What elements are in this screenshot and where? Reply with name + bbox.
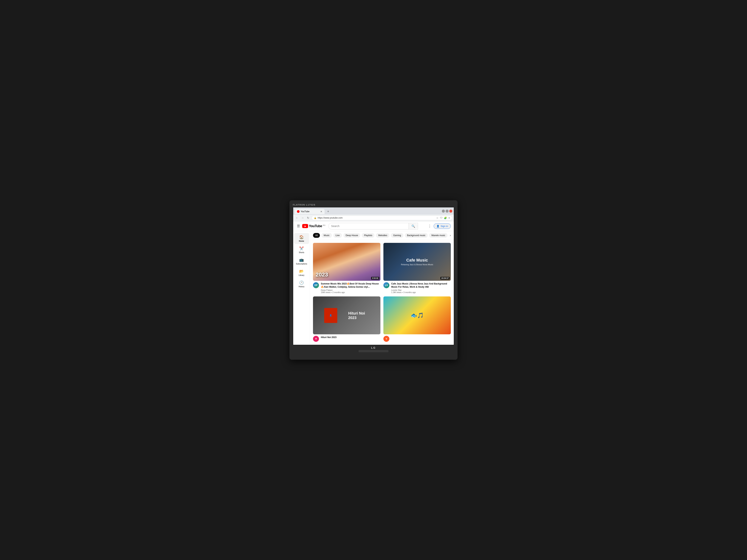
video-thumbnail-2: Cafe Music Relaxing Jazz & Bossa Nova Mu… bbox=[383, 243, 451, 281]
youtube-logo[interactable]: YouTube RO bbox=[302, 224, 325, 228]
video-card-1[interactable]: 2023 3:53:02 DP Summer Music Mix 2023🔥Be… bbox=[313, 243, 380, 294]
sidebar: 🏠 Home ✂️ Shorts 📺 Subscriptions 📂 Libra… bbox=[293, 231, 310, 345]
filter-next-arrow[interactable]: › bbox=[450, 234, 451, 237]
logo-area: ☰ YouTube RO bbox=[296, 223, 325, 229]
video-stats-1: 19M views • 2 months ago bbox=[321, 291, 380, 293]
library-icon: 📂 bbox=[299, 269, 304, 273]
filter-bar: All Music Live Deep House Playlists Melo… bbox=[310, 231, 454, 240]
sidebar-shorts-label: Shorts bbox=[299, 251, 304, 254]
youtube-app: ☰ YouTube RO 🔍 ⋮ 👤 Sign in bbox=[293, 221, 454, 345]
forward-button[interactable]: → bbox=[300, 216, 305, 220]
main-content: 🏠 Home ✂️ Shorts 📺 Subscriptions 📂 Libra… bbox=[293, 231, 454, 345]
monitor-stand: LG bbox=[293, 346, 454, 352]
video-meta-4 bbox=[391, 336, 451, 342]
window-controls bbox=[442, 210, 452, 213]
sidebar-item-library[interactable]: 📂 Library bbox=[294, 267, 309, 278]
address-bar-row: ← → ↻ 🔒 https://www.youtube.com ☆ 🛡 🧩 ≡ bbox=[293, 215, 454, 221]
minimize-button[interactable] bbox=[442, 210, 445, 213]
video-meta-3: Hituri Noi 2023 bbox=[321, 336, 380, 342]
sidebar-item-home[interactable]: 🏠 Home bbox=[294, 233, 309, 244]
tab-title: YouTube bbox=[301, 210, 309, 213]
video-duration-2: 24:04:57 bbox=[440, 277, 450, 279]
shorts-icon: ✂️ bbox=[299, 246, 304, 251]
extensions-icon[interactable]: 🧩 bbox=[444, 216, 447, 219]
video-grid: 2023 3:53:02 DP Summer Music Mix 2023🔥Be… bbox=[310, 240, 454, 345]
thumb1-year-text: 2023 bbox=[316, 271, 328, 278]
search-bar: 🔍 bbox=[328, 223, 418, 230]
address-bar[interactable]: 🔒 https://www.youtube.com ☆ 🛡 🧩 ≡ bbox=[311, 216, 452, 220]
sidebar-item-history[interactable]: 🕐 History bbox=[294, 278, 309, 290]
shield-icon[interactable]: 🛡 bbox=[440, 216, 442, 219]
youtube-logo-icon bbox=[302, 224, 308, 228]
video-channel-2: Lonely Star bbox=[391, 289, 451, 291]
youtube-logo-text: YouTube bbox=[309, 224, 322, 228]
youtube-country-code: RO bbox=[323, 224, 326, 226]
video-card-3[interactable]: 👤 Hituri Noi2023 H Hituri Noi 2023 bbox=[313, 296, 380, 342]
sidebar-home-label: Home bbox=[299, 240, 304, 242]
filter-melodies[interactable]: Melodies bbox=[376, 233, 389, 238]
filter-music[interactable]: Music bbox=[321, 233, 332, 238]
youtube-header: ☰ YouTube RO 🔍 ⋮ 👤 Sign in bbox=[293, 221, 454, 231]
video-thumbnail-1: 2023 3:53:02 bbox=[313, 243, 380, 281]
sidebar-library-label: Library bbox=[299, 274, 304, 276]
sign-in-button[interactable]: 👤 Sign in bbox=[434, 223, 451, 229]
back-button[interactable]: ← bbox=[295, 216, 299, 220]
filter-playlists[interactable]: Playlists bbox=[362, 233, 375, 238]
video-thumbnail-4: 🐟🎵 bbox=[383, 296, 451, 334]
thumb3-text: Hituri Noi2023 bbox=[348, 311, 365, 320]
filter-background-music[interactable]: Background music bbox=[405, 233, 428, 238]
refresh-button[interactable]: ↻ bbox=[306, 216, 310, 220]
header-right: ⋮ 👤 Sign in bbox=[428, 223, 451, 229]
thumb2-text: Cafe Music Relaxing Jazz & Bossa Nova Mu… bbox=[401, 258, 433, 266]
browser-chrome: YouTube ✕ + ← → ↻ 🔒 https://www.youtube.… bbox=[293, 207, 454, 221]
search-button[interactable]: 🔍 bbox=[409, 223, 418, 229]
video-info-3: H Hituri Noi 2023 bbox=[313, 336, 380, 342]
search-input[interactable] bbox=[329, 223, 409, 229]
video-info-4: V bbox=[383, 336, 451, 342]
video-meta-2: Cafe Jazz Music | Bossa Nova Jazz And Ba… bbox=[391, 282, 451, 294]
user-icon: 👤 bbox=[436, 225, 439, 228]
video-duration-1: 3:53:02 bbox=[371, 277, 379, 279]
active-tab[interactable]: YouTube ✕ bbox=[295, 209, 325, 214]
sidebar-history-label: History bbox=[299, 286, 304, 288]
video-meta-1: Summer Music Mix 2023🔥Best Of Vocals Dee… bbox=[321, 282, 380, 294]
monitor-base bbox=[359, 350, 388, 352]
channel-avatar-1: DP bbox=[313, 282, 319, 288]
video-stats-2: 1.3M views • 3 months ago bbox=[391, 291, 451, 293]
new-tab-button[interactable]: + bbox=[325, 209, 331, 215]
subscriptions-icon: 📺 bbox=[299, 258, 304, 262]
video-info-1: DP Summer Music Mix 2023🔥Best Of Vocals … bbox=[313, 282, 380, 294]
video-thumbnail-3: 👤 Hituri Noi2023 bbox=[313, 296, 380, 334]
tab-favicon bbox=[297, 210, 300, 213]
security-icon: 🔒 bbox=[314, 217, 316, 219]
video-card-2[interactable]: Cafe Music Relaxing Jazz & Bossa Nova Mu… bbox=[383, 243, 451, 294]
hamburger-menu[interactable]: ☰ bbox=[296, 223, 301, 229]
channel-avatar-4: V bbox=[383, 336, 389, 342]
sign-in-label: Sign in bbox=[441, 225, 448, 228]
tab-close-button[interactable]: ✕ bbox=[320, 210, 322, 213]
sidebar-item-subscriptions[interactable]: 📺 Subscriptions bbox=[294, 256, 309, 267]
screen: YouTube ✕ + ← → ↻ 🔒 https://www.youtube.… bbox=[293, 207, 454, 345]
sidebar-subscriptions-label: Subscriptions bbox=[296, 263, 307, 265]
close-button[interactable] bbox=[449, 210, 452, 213]
filter-live[interactable]: Live bbox=[333, 233, 342, 238]
url-text: https://www.youtube.com bbox=[318, 216, 342, 219]
filter-deep-house[interactable]: Deep House bbox=[343, 233, 360, 238]
video-title-3: Hituri Noi 2023 bbox=[321, 336, 380, 339]
video-card-4[interactable]: 🐟🎵 V bbox=[383, 296, 451, 342]
filter-all[interactable]: All bbox=[313, 233, 320, 238]
channel-avatar-2: LS bbox=[383, 282, 389, 288]
content-area: All Music Live Deep House Playlists Melo… bbox=[310, 231, 454, 345]
filter-manele-music[interactable]: Manele music bbox=[429, 233, 447, 238]
filter-gaming[interactable]: Gaming bbox=[391, 233, 403, 238]
tab-bar: YouTube ✕ + bbox=[293, 207, 454, 215]
monitor-brand: FLATRON L1752S bbox=[293, 204, 454, 206]
video-title-2: Cafe Jazz Music | Bossa Nova Jazz And Ba… bbox=[391, 282, 451, 289]
bookmark-icon[interactable]: ☆ bbox=[436, 216, 438, 219]
channel-avatar-3: H bbox=[313, 336, 319, 342]
menu-icon[interactable]: ≡ bbox=[448, 216, 450, 219]
address-bar-icons: ☆ 🛡 🧩 ≡ bbox=[436, 216, 450, 219]
maximize-button[interactable] bbox=[445, 210, 448, 213]
sidebar-item-shorts[interactable]: ✂️ Shorts bbox=[294, 244, 309, 256]
more-options-button[interactable]: ⋮ bbox=[428, 224, 431, 228]
